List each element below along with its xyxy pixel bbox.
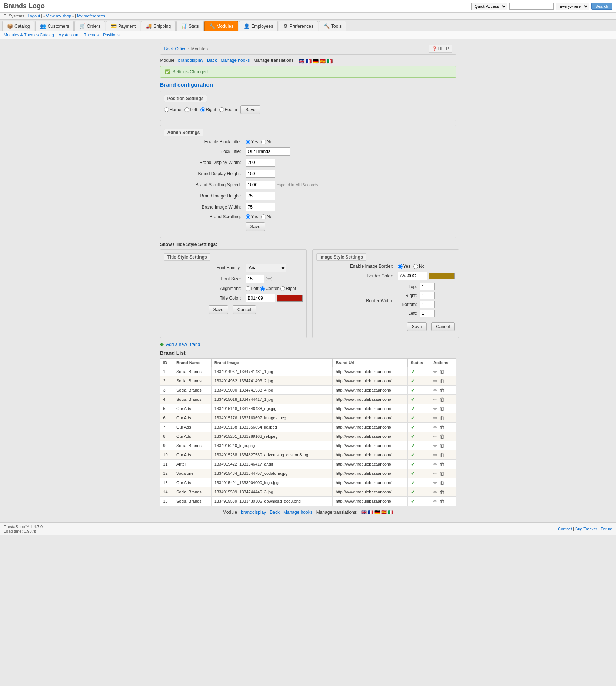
delete-icon[interactable]: 🗑 <box>440 387 444 393</box>
status-check-icon[interactable]: ✔ <box>411 470 415 476</box>
edit-icon[interactable]: ✏ <box>433 369 437 374</box>
delete-icon[interactable]: 🗑 <box>440 378 444 384</box>
scrolling-yes-radio[interactable] <box>246 214 250 219</box>
subnav-modules-themes[interactable]: Modules & Themes Catalog <box>4 33 54 37</box>
logout-link[interactable]: Logout <box>28 14 40 18</box>
img-border-no-label[interactable]: No <box>413 264 424 269</box>
title-color-input[interactable] <box>246 294 275 302</box>
edit-icon[interactable]: ✏ <box>433 406 437 412</box>
tab-tools[interactable]: 🔨 Tools <box>319 21 346 31</box>
delete-icon[interactable]: 🗑 <box>440 462 444 467</box>
brand-display-height-input[interactable] <box>246 170 275 178</box>
status-check-icon[interactable]: ✔ <box>411 480 415 486</box>
bottom-flag-es[interactable]: 🇪🇸 <box>381 510 387 515</box>
flag-de[interactable]: 🇩🇪 <box>313 59 319 63</box>
status-check-icon[interactable]: ✔ <box>411 396 415 402</box>
tab-shipping[interactable]: 🚚 Shipping <box>141 21 176 31</box>
align-right-radio[interactable] <box>280 286 285 291</box>
border-left-input[interactable] <box>420 310 435 317</box>
position-footer-radio[interactable] <box>219 107 224 112</box>
status-check-icon[interactable]: ✔ <box>411 424 415 430</box>
manage-hooks-link[interactable]: Manage hooks <box>221 58 250 63</box>
back-link[interactable]: Back <box>207 58 217 63</box>
border-top-input[interactable] <box>420 283 435 290</box>
quick-access-select[interactable]: Quick Access <box>471 3 507 10</box>
enable-no-label[interactable]: No <box>261 139 272 144</box>
everywhere-select[interactable]: Everywhere <box>556 3 589 10</box>
help-button[interactable]: ❓ HELP <box>429 45 452 53</box>
delete-icon[interactable]: 🗑 <box>440 480 444 486</box>
align-center-radio[interactable] <box>260 286 265 291</box>
delete-icon[interactable]: 🗑 <box>440 499 444 504</box>
edit-icon[interactable]: ✏ <box>433 462 437 467</box>
tab-payment[interactable]: 💳 Payment <box>106 21 140 31</box>
bottom-flag-gb[interactable]: 🇬🇧 <box>361 510 367 515</box>
status-check-icon[interactable]: ✔ <box>411 452 415 458</box>
enable-yes-radio[interactable] <box>246 140 250 144</box>
position-save-button[interactable]: Save <box>240 105 260 114</box>
scrolling-no-label[interactable]: No <box>261 214 272 219</box>
delete-icon[interactable]: 🗑 <box>440 443 444 449</box>
img-border-yes-label[interactable]: Yes <box>398 264 411 269</box>
status-check-icon[interactable]: ✔ <box>411 489 415 495</box>
edit-icon[interactable]: ✏ <box>433 443 437 449</box>
tab-stats[interactable]: 📊 Stats <box>176 21 203 31</box>
subnav-themes[interactable]: Themes <box>84 33 99 37</box>
position-home-radio[interactable] <box>164 107 169 112</box>
edit-icon[interactable]: ✏ <box>433 397 437 402</box>
status-check-icon[interactable]: ✔ <box>411 461 415 467</box>
delete-icon[interactable]: 🗑 <box>440 397 444 402</box>
edit-icon[interactable]: ✏ <box>433 415 437 421</box>
align-center-label[interactable]: Center <box>260 286 279 291</box>
status-check-icon[interactable]: ✔ <box>411 498 415 504</box>
edit-icon[interactable]: ✏ <box>433 434 437 439</box>
flag-it[interactable]: 🇮🇹 <box>327 59 333 63</box>
module-name-link[interactable]: branddisplay <box>178 58 203 63</box>
img-border-no-radio[interactable] <box>413 264 418 269</box>
status-check-icon[interactable]: ✔ <box>411 415 415 421</box>
font-size-input[interactable] <box>246 275 264 283</box>
flag-gb[interactable]: 🇬🇧 <box>299 59 304 63</box>
border-color-swatch[interactable] <box>429 273 455 279</box>
tab-modules[interactable]: 🔧 Modules <box>204 21 238 31</box>
status-check-icon[interactable]: ✔ <box>411 369 415 374</box>
title-save-button[interactable]: Save <box>209 305 228 314</box>
delete-icon[interactable]: 🗑 <box>440 434 444 439</box>
brand-image-height-input[interactable] <box>246 192 275 200</box>
bottom-flag-it[interactable]: 🇮🇹 <box>388 510 393 515</box>
search-input[interactable] <box>509 3 554 10</box>
edit-icon[interactable]: ✏ <box>433 480 437 486</box>
bottom-manage-hooks-link[interactable]: Manage hooks <box>283 510 313 515</box>
subnav-my-account[interactable]: My Account <box>59 33 80 37</box>
status-check-icon[interactable]: ✔ <box>411 406 415 412</box>
border-bottom-input[interactable] <box>420 301 435 308</box>
edit-icon[interactable]: ✏ <box>433 424 437 430</box>
contact-link[interactable]: Contact <box>558 527 572 531</box>
position-home-label[interactable]: Home <box>164 107 182 112</box>
position-left-label[interactable]: Left <box>184 107 197 112</box>
status-check-icon[interactable]: ✔ <box>411 433 415 439</box>
tab-customers[interactable]: 👥 Customers <box>35 21 74 31</box>
tab-preferences[interactable]: ⚙ Preferences <box>279 21 318 31</box>
border-color-input[interactable] <box>398 272 427 280</box>
delete-icon[interactable]: 🗑 <box>440 424 444 430</box>
position-right-radio[interactable] <box>200 107 205 112</box>
edit-icon[interactable]: ✏ <box>433 499 437 504</box>
status-check-icon[interactable]: ✔ <box>411 443 415 449</box>
font-family-select[interactable]: Arial Helvetica Times New Roman Georgia … <box>246 264 286 272</box>
position-right-label[interactable]: Right <box>200 107 216 112</box>
align-left-radio[interactable] <box>246 286 250 291</box>
enable-yes-label[interactable]: Yes <box>246 139 259 144</box>
position-left-radio[interactable] <box>184 107 189 112</box>
scrolling-no-radio[interactable] <box>261 214 266 219</box>
align-left-label[interactable]: Left <box>246 286 259 291</box>
delete-icon[interactable]: 🗑 <box>440 415 444 421</box>
delete-icon[interactable]: 🗑 <box>440 406 444 412</box>
preferences-link[interactable]: My preferences <box>77 14 105 18</box>
breadcrumb-back-office[interactable]: Back Office <box>164 46 187 51</box>
flag-fr[interactable]: 🇫🇷 <box>306 59 312 63</box>
edit-icon[interactable]: ✏ <box>433 452 437 458</box>
image-cancel-button[interactable]: Cancel <box>431 322 454 331</box>
bottom-flag-de[interactable]: 🇩🇪 <box>374 510 380 515</box>
enable-no-radio[interactable] <box>261 140 266 144</box>
